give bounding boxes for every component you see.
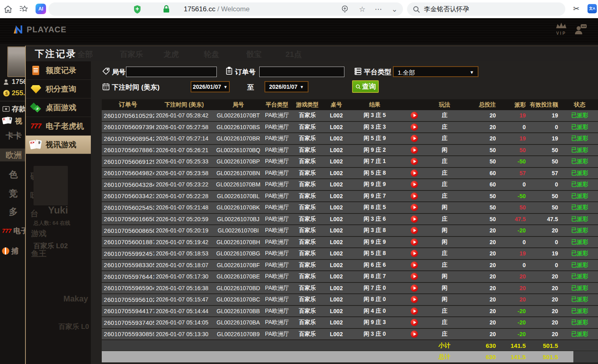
cell-play-type: 庄 — [429, 215, 460, 223]
table-row: 2601070559308592026-01-07 05:13:30GL0022… — [102, 329, 598, 341]
bookmark-star-icon[interactable] — [19, 4, 29, 14]
cell-status: 已派彩 — [561, 146, 598, 154]
replay-play-button[interactable] — [411, 273, 418, 280]
cell-game: 百家乐 — [292, 273, 323, 280]
dropdown-arrow-icon: ▼ — [224, 85, 228, 89]
search-icon — [355, 84, 361, 90]
dropdown-chevron-icon[interactable]: ⌄ — [390, 4, 399, 14]
sidebar-tab-2[interactable]: 多 — [9, 206, 18, 218]
replay-play-button[interactable] — [411, 319, 418, 326]
cell-total-bet: 50 — [460, 193, 497, 199]
cell-play-type: 庄 — [429, 319, 460, 326]
cell-order: 260107055965904 — [102, 285, 154, 291]
replay-play-button[interactable] — [411, 169, 418, 177]
table-row: 2601070559924572026-01-07 05:18:53GL0022… — [102, 248, 598, 260]
play-triangle-icon — [413, 229, 416, 232]
favorite-star-icon[interactable]: ☆ — [357, 4, 367, 14]
replay-play-button[interactable] — [411, 146, 418, 154]
replay-play-button[interactable] — [411, 158, 418, 165]
replay-play-button[interactable] — [411, 261, 418, 269]
translate-icon[interactable]: 文A — [588, 4, 597, 13]
replay-play-button[interactable] — [411, 227, 418, 234]
insights-icon[interactable] — [340, 4, 350, 14]
home-icon[interactable] — [3, 4, 13, 14]
cell-game: 百家乐 — [292, 227, 323, 234]
deposit-row[interactable]: 存款 — [2, 104, 26, 114]
address-bar[interactable]: 175616.cc / Welcome ☆ ⋯ ⌄ — [48, 2, 403, 16]
col-header: 平台类型 — [262, 101, 292, 109]
menu-item-doc[interactable]: 额度记录 — [26, 61, 91, 80]
menu-item-slot[interactable]: 777电子老虎机 — [26, 117, 91, 136]
cell-round: GL002261070BF — [214, 262, 262, 268]
video-games-row[interactable]: 视 — [2, 116, 22, 126]
overflow-menu-icon[interactable]: ⋯ — [373, 4, 383, 14]
cell-result: 闲 8 庄 5 — [350, 204, 400, 211]
replay-play-button[interactable] — [411, 112, 418, 119]
replay-play-button[interactable] — [411, 181, 418, 188]
cell-status: 已派彩 — [561, 181, 598, 188]
cell-time: 2026-01-07 05:20:19 — [154, 227, 214, 234]
cell-status: 已派彩 — [561, 192, 598, 200]
vip-button[interactable]: VIP — [552, 21, 570, 36]
replay-play-button[interactable] — [411, 238, 418, 246]
cell-time: 2026-01-07 05:13:30 — [154, 331, 214, 337]
platform-select[interactable]: 1.全部 ▼ — [393, 66, 478, 77]
query-button[interactable]: 查询 — [352, 80, 379, 93]
replay-play-button[interactable] — [411, 285, 418, 292]
sidebar-tab-0[interactable]: 色 — [9, 169, 18, 181]
cell-time: 2026-01-07 05:27:58 — [154, 124, 214, 130]
table-row: 2601070560691292026-01-07 05:25:33GL0022… — [102, 156, 598, 168]
ghost-label: 游戏 — [31, 228, 46, 239]
subtotal-bet: 630 — [460, 342, 497, 349]
cell-result: 闲 3 庄 3 — [350, 123, 400, 131]
menu-item-cards[interactable]: 视讯游戏 — [26, 136, 91, 154]
replay-play-button[interactable] — [411, 250, 418, 257]
bet-records-table: 订单号下注时间 (美东)局号平台类型游戏类型桌号结果玩法总投注派彩有效投注额状态… — [102, 99, 598, 362]
menu-item-table[interactable]: 桌面游戏 — [26, 98, 91, 117]
cell-platform: PA欧洲厅 — [262, 169, 292, 177]
brand-logo[interactable]: PLAYACE — [13, 24, 67, 35]
replay-play-button[interactable] — [411, 296, 418, 303]
table-row: 2601070560018872026-01-07 05:19:42GL0022… — [102, 237, 598, 249]
cell-platform: PA欧洲厅 — [262, 250, 292, 257]
replay-play-button[interactable] — [411, 308, 418, 315]
cell-order: 260107056016650 — [102, 215, 154, 222]
slots-row[interactable]: 777 电子 — [2, 226, 28, 236]
cell-replay — [400, 308, 429, 315]
cell-payout: 20 — [497, 285, 527, 291]
hall-label: 卡卡 — [6, 130, 22, 141]
screenshot-scissors-icon[interactable]: ✂ — [573, 4, 579, 13]
sidebar-tab-1[interactable]: 竞 — [9, 188, 18, 200]
cell-total-bet: 20 — [460, 124, 497, 130]
cell-valid-bet: 50 — [527, 158, 561, 165]
menu-item-gem[interactable]: 积分查询 — [26, 80, 91, 98]
replay-play-button[interactable] — [411, 331, 418, 338]
replay-play-button[interactable] — [411, 192, 418, 200]
order-input[interactable] — [259, 67, 344, 77]
fishing-row[interactable]: 捕 — [2, 246, 19, 256]
cell-replay — [400, 146, 429, 154]
cell-result: 闲 9 庄 9 — [350, 238, 400, 246]
customer-service-icon[interactable] — [573, 22, 588, 37]
date-from-picker[interactable]: 2026/01/07▼ — [191, 81, 230, 92]
cell-table-no: L002 — [323, 250, 350, 257]
replay-play-button[interactable] — [411, 135, 418, 142]
ai-extension-icon[interactable]: AI — [36, 4, 46, 14]
cell-round: GL002261070BD — [214, 285, 262, 291]
replay-play-button[interactable] — [411, 204, 418, 211]
cell-platform: PA欧洲厅 — [262, 158, 292, 165]
replay-play-button[interactable] — [411, 215, 418, 223]
adblock-shield-icon[interactable] — [132, 4, 142, 14]
modal-title: 下注记录 — [35, 48, 77, 60]
cell-play-type: 庄 — [429, 169, 460, 177]
cell-game: 百家乐 — [292, 261, 323, 269]
cell-status: 已派彩 — [561, 227, 598, 234]
replay-play-button[interactable] — [411, 123, 418, 131]
table-row: 2601070560166502026-01-07 05:20:59GL0022… — [102, 214, 598, 226]
cell-table-no: L002 — [323, 158, 350, 165]
cell-valid-bet: 19 — [527, 135, 561, 142]
background-tab: 龙虎 — [164, 49, 179, 60]
search-box[interactable]: 李金铭否认怀孕 — [407, 2, 565, 16]
round-input[interactable] — [126, 67, 217, 77]
date-to-picker[interactable]: 2026/01/07▼ — [264, 81, 308, 92]
